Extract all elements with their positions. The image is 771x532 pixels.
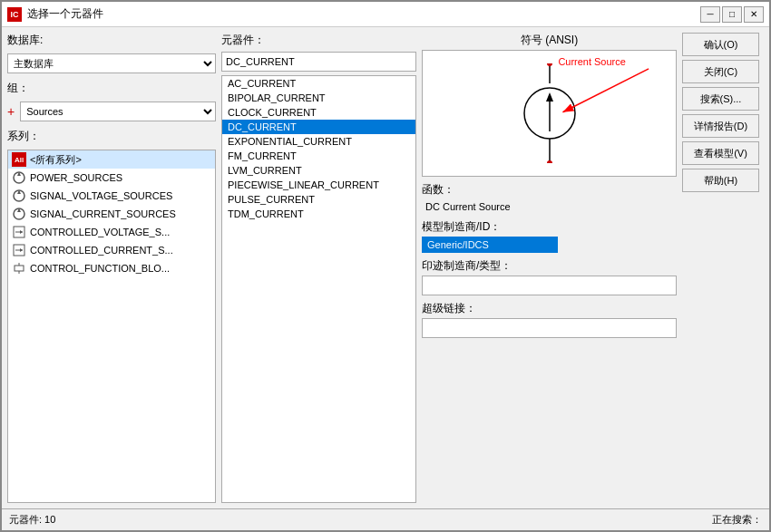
symbol-box: Current Source xyxy=(422,50,677,177)
hyperlink-section: 超级链接： xyxy=(422,301,677,338)
component-list: AC_CURRENTBIPOLAR_CURRENTCLOCK_CURRENTDC… xyxy=(221,75,416,503)
series-item-signal_v[interactable]: SIGNAL_VOLTAGE_SOURCES xyxy=(8,187,215,205)
series-item-power[interactable]: POWER_SOURCES xyxy=(8,169,215,187)
title-bar: IC 选择一个元器件 ─ □ ✕ xyxy=(2,2,769,27)
arrow-icon xyxy=(12,243,26,257)
component-label: 元器件： xyxy=(221,33,416,48)
function-label: 函数： xyxy=(422,182,677,198)
view_model-button[interactable]: 查看模型(V) xyxy=(682,141,759,165)
series-item-label: CONTROLLED_CURRENT_S... xyxy=(30,245,173,256)
component-item-dc[interactable]: DC_CURRENT xyxy=(222,120,415,134)
database-label: 数据库: xyxy=(7,33,216,48)
app-icon: IC xyxy=(7,7,22,22)
series-item-label: CONTROLLED_VOLTAGE_S... xyxy=(30,227,170,237)
footprint-label: 印迹制造商/类型： xyxy=(422,258,677,274)
help-button[interactable]: 帮助(H) xyxy=(682,169,759,192)
component-item-lvm[interactable]: LVM_CURRENT xyxy=(222,163,415,178)
minimize-button[interactable]: ─ xyxy=(700,6,720,23)
main-content: 数据库: 主数据库 组： + Sources 系列： All<所有系列>POWE… xyxy=(2,27,769,508)
series-item-ctrl_fn[interactable]: CONTROL_FUNCTION_BLO... xyxy=(8,259,215,277)
searching-label: 正在搜索： xyxy=(712,513,762,527)
svg-point-24 xyxy=(547,160,552,163)
series-item-label: SIGNAL_CURRENT_SOURCES xyxy=(30,208,176,219)
component-item-piecewise[interactable]: PIECEWISE_LINEAR_CURRENT xyxy=(222,178,415,192)
component-item-pulse[interactable]: PULSE_CURRENT xyxy=(222,192,415,207)
ctrl-icon xyxy=(12,261,26,276)
bottom-bar: 元器件: 10 正在搜索： xyxy=(2,508,769,530)
footprint-input[interactable] xyxy=(422,276,677,295)
group-row: + Sources xyxy=(7,102,216,121)
component-search-input[interactable] xyxy=(221,52,416,72)
svg-rect-15 xyxy=(15,266,24,271)
middle-panel: 元器件： AC_CURRENTBIPOLAR_CURRENTCLOCK_CURR… xyxy=(221,33,416,503)
group-label: 组： xyxy=(7,81,216,96)
function-section: 函数： DC Current Source xyxy=(422,182,677,214)
title-bar-left: IC 选择一个元器件 xyxy=(7,6,103,22)
series-item-label: SIGNAL_VOLTAGE_SOURCES xyxy=(30,190,172,201)
series-item-label: CONTROL_FUNCTION_BLO... xyxy=(30,263,170,274)
main-window: IC 选择一个元器件 ─ □ ✕ 数据库: 主数据库 组： + Sources xyxy=(0,0,771,532)
database-select[interactable]: 主数据库 xyxy=(7,53,216,73)
plus-icon: + xyxy=(7,104,15,119)
arrow-icon xyxy=(12,225,26,239)
close-window-button[interactable]: ✕ xyxy=(744,6,764,23)
group-select[interactable]: Sources xyxy=(20,102,216,121)
right-panel: 符号 (ANSI) xyxy=(422,33,677,503)
footprint-section: 印迹制造商/类型： xyxy=(422,258,677,295)
series-item-ctrl_c[interactable]: CONTROLLED_CURRENT_S... xyxy=(8,241,215,259)
title-controls: ─ □ ✕ xyxy=(700,6,764,23)
maximize-button[interactable]: □ xyxy=(722,6,742,23)
circle-icon xyxy=(12,189,26,203)
symbol-label: 符号 (ANSI) xyxy=(422,33,677,48)
series-item-label: POWER_SOURCES xyxy=(30,172,122,183)
component-item-clock[interactable]: CLOCK_CURRENT xyxy=(222,105,415,120)
series-item-all[interactable]: All<所有系列> xyxy=(8,150,215,169)
series-label: 系列： xyxy=(7,129,216,144)
confirm-button[interactable]: 确认(O) xyxy=(682,33,759,56)
button-panel: 确认(O)关闭(C)搜索(S)...详情报告(D)查看模型(V)帮助(H) xyxy=(682,33,764,503)
series-item-signal_c[interactable]: SIGNAL_CURRENT_SOURCES xyxy=(8,205,215,223)
component-count: 元器件: 10 xyxy=(9,513,55,527)
component-item-ac[interactable]: AC_CURRENT xyxy=(222,76,415,91)
manufacturer-label: 模型制造商/ID： xyxy=(422,219,677,235)
manufacturer-value: Generic/IDCS xyxy=(422,237,558,253)
manufacturer-section: 模型制造商/ID： Generic/IDCS xyxy=(422,219,677,253)
component-item-fm[interactable]: FM_CURRENT xyxy=(222,149,415,163)
close-button[interactable]: 关闭(C) xyxy=(682,60,759,83)
circle-icon xyxy=(12,170,26,185)
component-item-tdm[interactable]: TDM_CURRENT xyxy=(222,207,415,221)
component-item-bipolar[interactable]: BIPOLAR_CURRENT xyxy=(222,91,415,105)
all-icon: All xyxy=(12,152,26,167)
search-button[interactable]: 搜索(S)... xyxy=(682,87,759,111)
symbol-svg xyxy=(513,63,586,163)
svg-point-23 xyxy=(547,63,552,66)
series-item-label: <所有系列> xyxy=(30,153,82,167)
left-panel: 数据库: 主数据库 组： + Sources 系列： All<所有系列>POWE… xyxy=(7,33,216,503)
database-row: 主数据库 xyxy=(7,53,216,73)
series-item-ctrl_v[interactable]: CONTROLLED_VOLTAGE_S... xyxy=(8,223,215,241)
hyperlink-input[interactable] xyxy=(422,318,677,338)
component-item-exp[interactable]: EXPONENTIAL_CURRENT xyxy=(222,134,415,149)
circle-icon xyxy=(12,207,26,221)
window-title: 选择一个元器件 xyxy=(27,6,103,22)
symbol-section: 符号 (ANSI) xyxy=(422,33,677,177)
detail-button[interactable]: 详情报告(D) xyxy=(682,114,759,138)
hyperlink-label: 超级链接： xyxy=(422,301,677,316)
function-value: DC Current Source xyxy=(422,199,677,214)
series-list: All<所有系列>POWER_SOURCESSIGNAL_VOLTAGE_SOU… xyxy=(7,150,216,503)
